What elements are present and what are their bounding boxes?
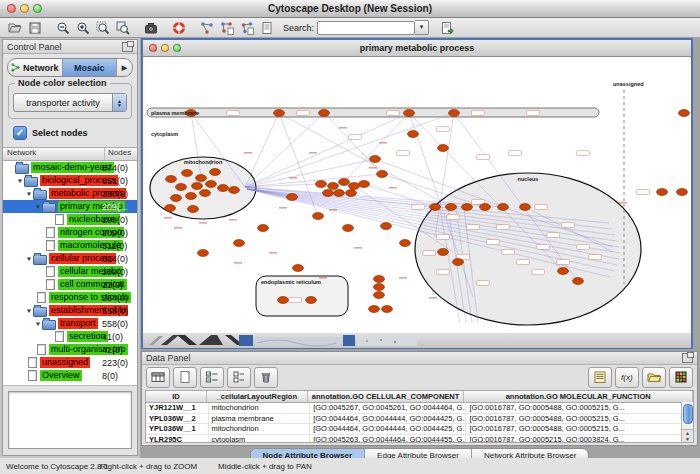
open-session-icon[interactable] (5, 19, 25, 36)
table-column-header[interactable]: annotation.GO MOLECULAR_FUNCTION (464, 391, 693, 402)
table-scrollbar[interactable]: ▲▼ (681, 402, 693, 442)
network-node[interactable] (382, 306, 393, 313)
select-nodes-checkbox[interactable]: ✓ (13, 126, 27, 140)
window-titlebar[interactable]: Cytoscape Desktop (New Session) (0, 0, 700, 18)
minimize-button[interactable] (20, 4, 29, 13)
table-row[interactable]: YJR121W__1mitochondrion[GO:0045267, GO:0… (146, 403, 693, 414)
frame-minimize-button[interactable] (161, 44, 169, 52)
network-node[interactable] (287, 194, 298, 201)
tree-row[interactable]: ▼transport558(0) (3, 317, 137, 330)
expand-triangle-icon[interactable]: ▼ (25, 255, 33, 261)
search-input[interactable] (317, 21, 415, 35)
network-node[interactable] (188, 206, 199, 213)
table-row[interactable]: YPL036W__1mitochondrion[GO:0044464, GO:0… (146, 424, 693, 435)
network-node[interactable] (166, 176, 177, 183)
tree-row[interactable]: secretion41(0) (3, 330, 137, 343)
zoom-region-icon[interactable] (113, 19, 133, 36)
float-data-panel-icon[interactable] (682, 353, 693, 363)
network-node[interactable] (323, 190, 334, 197)
network-node[interactable] (192, 183, 203, 190)
import-attributes-icon[interactable] (642, 367, 666, 388)
report-icon[interactable] (257, 19, 277, 36)
close-button[interactable] (7, 4, 16, 13)
expand-triangle-icon[interactable]: ▼ (16, 177, 24, 183)
network-from-selection-edges-icon[interactable] (217, 19, 237, 36)
zoom-in-icon[interactable] (73, 19, 93, 36)
tree-row[interactable]: unassigned223(0) (3, 356, 137, 369)
table-column-header[interactable]: _cellularLayoutRegion (207, 391, 308, 402)
network-node[interactable] (453, 259, 464, 266)
network-node[interactable] (278, 297, 289, 304)
network-node[interactable] (520, 204, 531, 211)
tree-row[interactable]: cellular metabo209(0) (3, 265, 137, 278)
unselect-attributes-icon[interactable] (227, 367, 251, 388)
tree-row[interactable]: ▼cellular process614(0) (3, 252, 137, 265)
export-icon[interactable] (437, 19, 457, 36)
save-session-icon[interactable] (25, 19, 45, 36)
network-node[interactable] (377, 171, 388, 178)
network-node[interactable] (369, 306, 380, 313)
network-node[interactable] (370, 156, 381, 163)
table-row[interactable]: YLR295Ccytoplasm[GO:0045263, GO:0044464,… (146, 435, 693, 444)
scrollbar-thumb[interactable] (683, 404, 693, 424)
tree-row[interactable]: nitrogen compo209(0) (3, 226, 137, 239)
tree-row[interactable]: macromolecule311(0) (3, 239, 137, 252)
tree-row[interactable]: ▼establishment of lo558(0) (3, 304, 137, 317)
zoom-fit-icon[interactable] (93, 19, 113, 36)
frame-close-button[interactable] (149, 44, 157, 52)
network-canvas[interactable]: plasma membranecytoplasmmitochondrionnuc… (143, 57, 691, 333)
scrollbar-buttons[interactable]: ▲▼ (682, 429, 693, 442)
network-node[interactable] (404, 110, 415, 117)
attribute-table-icon[interactable] (146, 367, 170, 388)
network-node[interactable] (186, 193, 197, 200)
network-node[interactable] (438, 145, 449, 152)
tab-mosaic[interactable]: Mosaic (63, 59, 118, 76)
tree-row[interactable]: response to stimulu264(0) (3, 291, 137, 304)
network-node[interactable] (293, 265, 304, 272)
table-column-header[interactable]: annotation.GO CELLULAR_COMPONENT (308, 391, 465, 402)
network-node[interactable] (346, 190, 357, 197)
network-node[interactable] (196, 175, 207, 182)
network-node[interactable] (171, 195, 182, 202)
tree-row[interactable]: ▼metabolic process280(0) (3, 187, 137, 200)
expand-triangle-icon[interactable]: ▼ (25, 307, 33, 313)
more-tabs-button[interactable]: ▶ (117, 59, 132, 76)
network-node[interactable] (498, 204, 509, 211)
network-node[interactable] (679, 110, 690, 117)
network-node[interactable] (381, 223, 392, 230)
network-node[interactable] (359, 181, 370, 188)
network-node[interactable] (274, 110, 285, 117)
expand-triangle-icon[interactable]: ▼ (25, 190, 33, 196)
network-view-titlebar[interactable]: primary metabolic process (143, 40, 691, 57)
tree-row[interactable]: ▼primary metabo209(... (3, 200, 137, 213)
network-node[interactable] (165, 205, 176, 212)
network-node[interactable] (446, 204, 457, 211)
network-node[interactable] (210, 169, 221, 176)
network-copy-icon[interactable] (237, 19, 257, 36)
tree-row[interactable]: ▼biological_process651(0) (3, 174, 137, 187)
network-node[interactable] (573, 278, 584, 285)
network-node[interactable] (558, 268, 569, 275)
expand-triangle-icon[interactable]: ▼ (34, 203, 42, 209)
network-node[interactable] (198, 250, 209, 257)
select-attributes-icon[interactable] (200, 367, 224, 388)
new-attribute-icon[interactable] (173, 367, 197, 388)
zoom-window-button[interactable] (33, 4, 42, 13)
expand-triangle-icon[interactable]: ▼ (34, 320, 42, 326)
network-node[interactable] (438, 249, 449, 256)
matrix-icon[interactable] (669, 367, 693, 388)
search-dropdown-button[interactable]: ▾ (415, 20, 429, 35)
network-node[interactable] (313, 213, 324, 220)
network-node[interactable] (306, 297, 317, 304)
network-node[interactable] (677, 189, 688, 196)
network-node[interactable] (328, 183, 339, 190)
delete-attribute-icon[interactable] (254, 367, 278, 388)
table-row[interactable]: YPL036W__2plasma membrane[GO:0044464, GO… (146, 414, 693, 425)
node-color-dropdown[interactable]: transporter activity ▲▼ (13, 93, 127, 112)
tree-row[interactable]: cell communicat22(0) (3, 278, 137, 291)
snapshot-icon[interactable] (141, 19, 161, 36)
network-node[interactable] (374, 276, 385, 283)
network-node[interactable] (408, 131, 419, 138)
network-node[interactable] (449, 110, 460, 117)
frame-zoom-button[interactable] (173, 44, 181, 52)
